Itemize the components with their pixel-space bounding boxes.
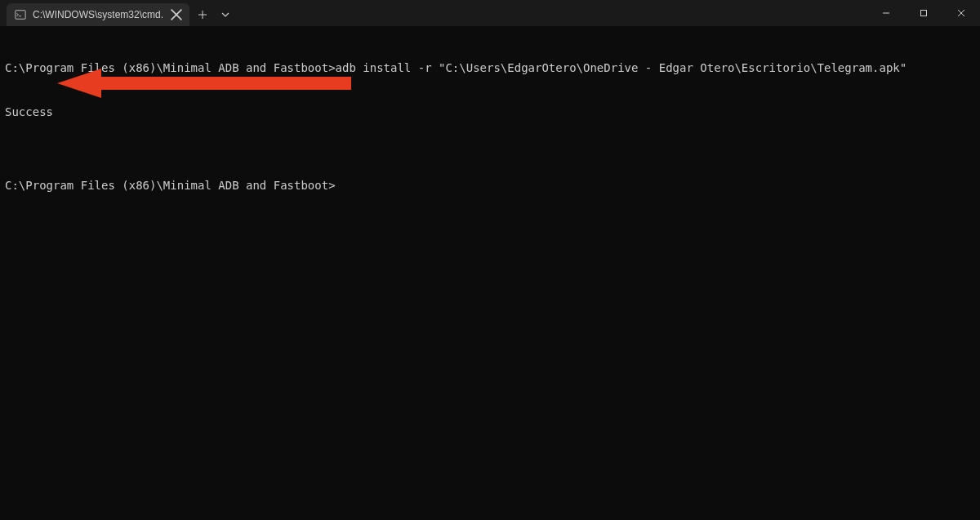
tab-dropdown-button[interactable] bbox=[214, 3, 237, 26]
tab-title: C:\WINDOWS\system32\cmd. bbox=[33, 9, 163, 20]
terminal-window: C:\WINDOWS\system32\cmd. bbox=[0, 0, 980, 520]
tab-close-button[interactable] bbox=[170, 8, 183, 21]
terminal-line: C:\Program Files (x86)\Minimal ADB and F… bbox=[5, 60, 975, 75]
terminal-tab[interactable]: C:\WINDOWS\system32\cmd. bbox=[7, 3, 189, 26]
svg-rect-0 bbox=[16, 11, 25, 20]
new-tab-button[interactable] bbox=[191, 3, 214, 26]
cmd-icon bbox=[15, 9, 26, 20]
minimize-button[interactable] bbox=[867, 0, 905, 26]
svg-rect-7 bbox=[921, 11, 927, 16]
terminal-line: C:\Program Files (x86)\Minimal ADB and F… bbox=[5, 178, 975, 193]
window-controls bbox=[867, 0, 980, 26]
window-titlebar: C:\WINDOWS\system32\cmd. bbox=[0, 0, 980, 26]
terminal-line: Success bbox=[5, 104, 975, 119]
titlebar-left-group: C:\WINDOWS\system32\cmd. bbox=[0, 0, 237, 26]
close-button[interactable] bbox=[942, 0, 980, 26]
maximize-button[interactable] bbox=[905, 0, 942, 26]
terminal-output[interactable]: C:\Program Files (x86)\Minimal ADB and F… bbox=[0, 26, 980, 520]
